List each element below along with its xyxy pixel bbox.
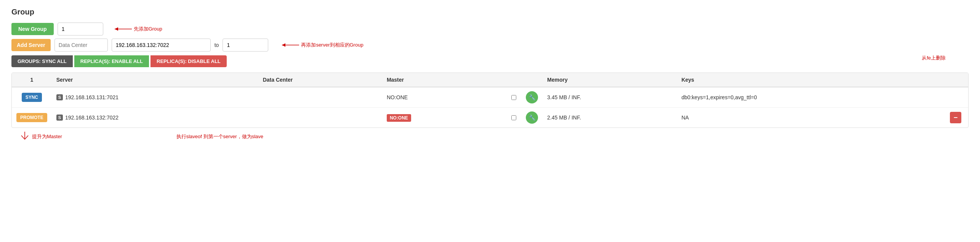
keys-cell: db0:keys=1,expires=0,avg_ttl=0 bbox=[677, 87, 945, 108]
row-checkbox[interactable] bbox=[511, 95, 516, 100]
server-badge: S bbox=[56, 94, 63, 100]
annotation-add-group: 先添加Group bbox=[134, 26, 162, 32]
servers-table: 1 Server Data Center Master Memory Keys … bbox=[11, 73, 969, 128]
row-checkbox[interactable] bbox=[511, 115, 516, 120]
table-row: SYNCS192.168.163.131:7021NO:ONE🔧3.45 MB … bbox=[12, 87, 968, 108]
server-badge: S bbox=[56, 115, 63, 121]
checkbox-cell[interactable] bbox=[506, 108, 521, 128]
th-group: 1 bbox=[12, 73, 52, 87]
annotation-arrow-add-server bbox=[278, 40, 301, 50]
datacenter-cell bbox=[258, 87, 382, 108]
page-title: Group bbox=[11, 8, 969, 16]
wrench-button[interactable]: 🔧 bbox=[526, 111, 538, 124]
master-status-badge: NO:ONE bbox=[387, 114, 411, 122]
group-id-input[interactable] bbox=[58, 23, 103, 35]
sync-button[interactable]: SYNC bbox=[22, 93, 42, 102]
annotation-add-server: 再添加server到相应的Group bbox=[301, 42, 363, 48]
th-master: Master bbox=[382, 73, 506, 87]
th-checkbox bbox=[506, 73, 521, 87]
th-datacenter: Data Center bbox=[258, 73, 382, 87]
promote-button[interactable]: PROMOTE bbox=[16, 113, 47, 122]
memory-cell: 3.45 MB / INF. bbox=[543, 87, 677, 108]
th-wrench bbox=[521, 73, 543, 87]
server-address: 192.168.163.132:7022 bbox=[65, 115, 118, 121]
annotation-promote: 提升为Master bbox=[32, 133, 62, 140]
master-cell: NO:ONE bbox=[382, 108, 506, 128]
replica-disable-all-button[interactable]: REPLICA(S): DISABLE ALL bbox=[151, 55, 227, 67]
th-delete bbox=[945, 73, 968, 87]
th-server: Server bbox=[52, 73, 258, 87]
server-address-input[interactable] bbox=[112, 39, 211, 52]
replica-enable-all-button[interactable]: REPLICA(S): ENABLE ALL bbox=[74, 55, 149, 67]
datacenter-input[interactable] bbox=[54, 39, 108, 52]
memory-cell: 2.45 MB / INF. bbox=[543, 108, 677, 128]
master-status: NO:ONE bbox=[387, 94, 408, 100]
checkbox-cell[interactable] bbox=[506, 87, 521, 108]
table-row: PROMOTES192.168.163.132:7022NO:ONE🔧2.45 … bbox=[12, 108, 968, 128]
delete-cell bbox=[945, 87, 968, 108]
th-memory: Memory bbox=[543, 73, 677, 87]
wrench-cell[interactable]: 🔧 bbox=[521, 108, 543, 128]
th-keys: Keys bbox=[677, 73, 945, 87]
annotation-slaveof: 执行slaveof 到第一个server，做为slave bbox=[176, 134, 263, 139]
master-cell: NO:ONE bbox=[382, 87, 506, 108]
server-address: 192.168.163.131:7021 bbox=[65, 94, 118, 100]
keys-cell: NA bbox=[677, 108, 945, 128]
wrench-button[interactable]: 🔧 bbox=[526, 91, 538, 103]
sync-all-button[interactable]: GROUPS: SYNC ALL bbox=[11, 55, 73, 67]
wrench-cell[interactable]: 🔧 bbox=[521, 87, 543, 108]
delete-cell[interactable]: − bbox=[945, 108, 968, 128]
target-group-input[interactable] bbox=[223, 39, 268, 52]
promote-arrow-icon bbox=[19, 132, 30, 141]
new-group-button[interactable]: New Group bbox=[11, 23, 54, 35]
datacenter-cell bbox=[258, 108, 382, 128]
annotation-arrow-add-group bbox=[111, 24, 134, 34]
add-server-button[interactable]: Add Server bbox=[11, 39, 51, 51]
annotation-delete-from-fe: 从fe上删除 bbox=[922, 55, 946, 61]
remove-server-button[interactable]: − bbox=[950, 112, 961, 123]
to-label: to bbox=[215, 42, 219, 48]
